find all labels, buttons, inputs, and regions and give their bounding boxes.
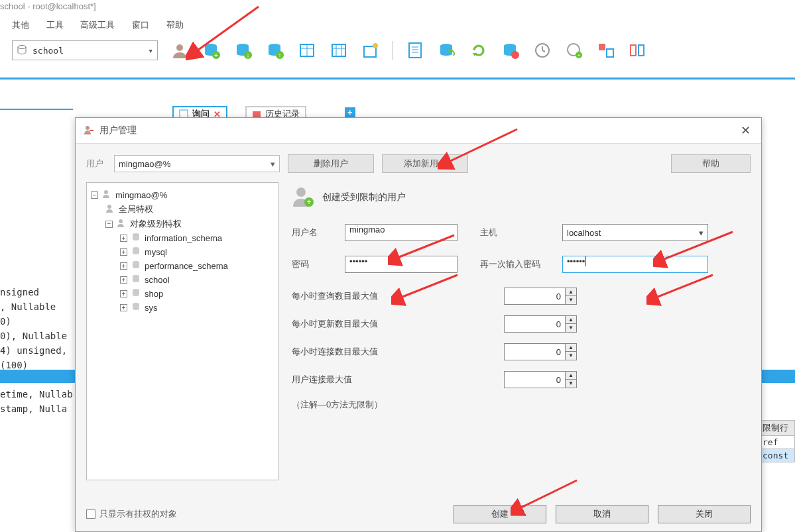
dialog-title-bar: 用户管理 ✕ [76, 118, 761, 144]
expand-icon[interactable]: + [120, 276, 127, 284]
spinner-up-icon[interactable]: ▲ [566, 344, 576, 352]
spinner-down-icon[interactable]: ▼ [566, 324, 576, 332]
database-icon [131, 233, 141, 244]
expand-icon[interactable]: + [120, 235, 127, 242]
user-dropdown-value: mingmao@% [119, 159, 170, 169]
tree-user-label: mingmao@% [115, 190, 167, 200]
expand-icon[interactable]: + [120, 248, 127, 256]
svg-rect-34 [599, 44, 605, 50]
help-button[interactable]: 帮助 [671, 154, 751, 173]
limit-queries-label: 每小时查询数目最大值 [292, 290, 504, 302]
svg-point-27 [511, 51, 519, 59]
menu-help[interactable]: 帮助 [166, 20, 184, 30]
db-stop-icon[interactable] [501, 40, 520, 60]
cancel-button[interactable]: 取消 [556, 505, 648, 523]
spinner-up-icon[interactable]: ▲ [566, 372, 576, 380]
refresh-icon[interactable] [469, 40, 489, 60]
chevron-down-icon: ▾ [699, 228, 703, 238]
database-icon [131, 260, 141, 272]
menu-other[interactable]: 其他 [12, 20, 29, 30]
document-icon[interactable] [405, 40, 425, 60]
close-icon[interactable]: ✕ [738, 123, 753, 138]
svg-rect-35 [607, 49, 613, 57]
password-input[interactable]: •••••• [345, 256, 458, 273]
tree-db-information-schema[interactable]: +information_schema [91, 231, 274, 245]
password-label: 密码 [292, 258, 345, 270]
database-icon [131, 288, 141, 299]
menu-window[interactable]: 窗口 [132, 20, 149, 30]
password-confirm-input[interactable]: •••••• [562, 256, 708, 273]
user-manager-icon[interactable] [170, 40, 190, 60]
svg-rect-41 [90, 130, 93, 131]
database-selector[interactable]: school ▾ [12, 40, 158, 60]
expand-icon[interactable]: + [120, 262, 127, 270]
tree-db-sys[interactable]: +sys [91, 301, 274, 315]
svg-rect-36 [631, 45, 636, 56]
collapse-icon[interactable]: − [105, 221, 113, 228]
spinner-down-icon[interactable]: ▼ [566, 296, 576, 304]
show-granted-checkbox[interactable]: 只显示有挂权的对象 [86, 508, 177, 520]
host-label: 主机 [480, 227, 562, 239]
spinner-value: 0 [505, 375, 565, 385]
spinner-up-icon[interactable]: ▲ [566, 316, 576, 324]
table-icon-2[interactable] [329, 40, 349, 60]
clock-add-icon[interactable]: + [564, 40, 584, 60]
spinner-up-icon[interactable]: ▲ [566, 288, 576, 296]
create-button[interactable]: 创建 [454, 505, 546, 523]
svg-point-0 [18, 45, 26, 48]
svg-point-19 [373, 43, 378, 48]
limit-user-conn-label: 用户连接最大值 [292, 374, 504, 386]
tree-db-performance-schema[interactable]: +performance_schema [91, 259, 274, 273]
username-label: 用户名 [292, 227, 345, 239]
collapse-icon[interactable]: − [91, 191, 98, 199]
main-toolbar: school ▾ + ↓ ↑ + [0, 38, 795, 67]
privilege-tree[interactable]: − mingmao@% 全局特权 − [86, 182, 278, 480]
add-user-button[interactable]: 添加新用户 [382, 154, 468, 173]
menu-tools[interactable]: 工具 [46, 20, 64, 30]
tree-user-node[interactable]: − mingmao@% [91, 188, 274, 202]
tree-db-mysql[interactable]: +mysql [91, 245, 274, 259]
delete-user-button[interactable]: 删除用户 [288, 154, 374, 173]
svg-point-1 [176, 44, 183, 51]
tree-global-priv[interactable]: 全局特权 [91, 202, 274, 217]
svg-rect-20 [409, 43, 421, 58]
db-down-icon[interactable]: ↓ [233, 40, 253, 60]
spinner-down-icon[interactable]: ▼ [566, 352, 576, 360]
db-refresh-icon[interactable] [437, 40, 457, 60]
user-dropdown[interactable]: mingmao@% ▾ [114, 155, 280, 172]
db-up-icon[interactable]: ↑ [265, 40, 285, 60]
clock-icon[interactable] [532, 40, 552, 60]
database-selected-text: school [32, 46, 64, 56]
layout-icon-2[interactable] [628, 40, 648, 60]
menu-adv-tools[interactable]: 高级工具 [80, 20, 115, 30]
tree-db-school[interactable]: +school [91, 273, 274, 287]
limit-updates-spinner[interactable]: 0▲▼ [504, 315, 577, 333]
expand-icon[interactable]: + [120, 290, 127, 297]
layout-icon-1[interactable] [596, 40, 616, 60]
svg-rect-39 [253, 111, 261, 117]
new-db-icon[interactable]: + [202, 40, 221, 60]
username-value: mingmao [349, 225, 385, 235]
user-management-dialog: 用户管理 ✕ 用户 mingmao@% ▾ 删除用户 添加新用户 帮助 − mi… [75, 117, 762, 532]
limit-queries-spinner[interactable]: 0▲▼ [504, 288, 577, 305]
form-heading: 创建受到限制的用户 [322, 191, 406, 203]
table-icon-1[interactable] [297, 40, 317, 60]
limit-note: （注解—0方法无限制） [292, 399, 747, 411]
limit-user-conn-spinner[interactable]: 0▲▼ [504, 371, 577, 388]
tree-object-priv[interactable]: − 对象级别特权 [91, 217, 274, 231]
expand-icon[interactable]: + [120, 304, 127, 311]
tree-global-label: 全局特权 [119, 203, 153, 215]
limit-connections-spinner[interactable]: 0▲▼ [504, 343, 577, 360]
table-key-icon[interactable] [361, 40, 381, 60]
tab-add-icon[interactable]: + [345, 107, 355, 117]
spinner-down-icon[interactable]: ▼ [566, 380, 576, 388]
tree-db-shop[interactable]: +shop [91, 287, 274, 301]
host-dropdown[interactable]: localhost ▾ [562, 224, 708, 241]
tree-db-label: mysql [145, 247, 167, 257]
user-dropdown-label: 用户 [86, 158, 103, 170]
close-button[interactable]: 关闭 [658, 505, 751, 523]
username-input[interactable]: mingmao [345, 224, 458, 241]
database-icon [131, 274, 141, 286]
svg-point-44 [119, 219, 123, 223]
svg-text:↓: ↓ [247, 52, 250, 59]
